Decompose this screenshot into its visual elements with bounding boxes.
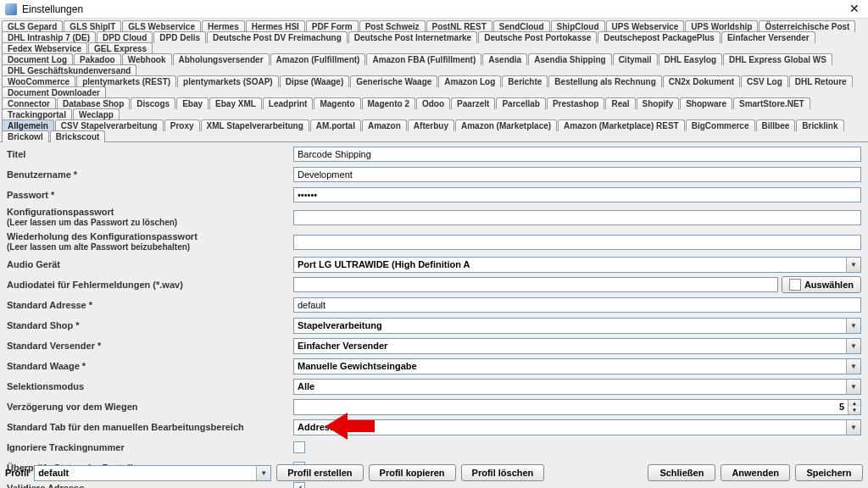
input-std-addr[interactable] (293, 297, 861, 313)
tab-berichte[interactable]: Berichte (502, 75, 548, 87)
input-audiofile[interactable] (293, 277, 778, 292)
tab-prestashop[interactable]: Prestashop (547, 97, 604, 109)
tab-plentymarkets-rest-[interactable]: plentymarkets (REST) (76, 75, 176, 87)
tab-deutsche-post-internetmarke[interactable]: Deutsche Post Internetmarke (348, 31, 477, 43)
tab-shipcloud[interactable]: ShipCloud (551, 20, 605, 32)
tab-real[interactable]: Real (605, 97, 635, 109)
tab-amazon-marketplace-[interactable]: Amazon (Marketplace) (455, 119, 557, 131)
tab-leadprint[interactable]: Leadprint (263, 97, 314, 109)
spinner-verzoegerung[interactable]: 5▲▼ (293, 399, 861, 415)
tab-sendcloud[interactable]: SendCloud (493, 20, 550, 32)
input-konfig-pw[interactable] (293, 210, 861, 225)
tab-dhl-intraship-7-de-[interactable]: DHL Intraship 7 (DE) (2, 31, 96, 43)
tab-hermes[interactable]: Hermes (202, 20, 245, 32)
tab-parcellab[interactable]: Parcellab (496, 97, 545, 109)
tab-weclapp[interactable]: Weclapp (73, 108, 120, 120)
combo-std-shop[interactable]: Stapelverarbeitung▼ (293, 318, 861, 334)
tab-abholungsversender[interactable]: Abholungsversender (173, 53, 270, 65)
checkbox-validate-addr[interactable]: ✔ (293, 482, 305, 488)
tab-postnl-rest[interactable]: PostNL REST (426, 20, 492, 32)
checkbox-ignore-tracking[interactable] (293, 441, 305, 453)
tab-ups-worldship[interactable]: UPS Worldship (685, 20, 758, 32)
tab-database-shop[interactable]: Database Shop (57, 97, 130, 109)
tab-pdf-form[interactable]: PDF Form (306, 20, 359, 32)
tab-generische-waage[interactable]: Generische Waage (350, 75, 437, 87)
close-icon[interactable]: ✕ (846, 3, 863, 16)
tab-amazon-log[interactable]: Amazon Log (438, 75, 501, 87)
tab-brickscout[interactable]: Brickscout (50, 130, 106, 142)
tab-connector[interactable]: Connector (2, 97, 56, 109)
tab-gls-webservice[interactable]: GLS Webservice (122, 20, 201, 32)
tab-document-log[interactable]: Document Log (2, 53, 73, 65)
tab-woocommerce[interactable]: WooCommerce (2, 75, 75, 87)
tab-billbee[interactable]: Billbee (756, 119, 796, 131)
button-profil-erstellen[interactable]: Profil erstellen (276, 464, 363, 481)
tab-amazon-fba-fulfillment-[interactable]: Amazon FBA (Fulfillment) (366, 53, 481, 65)
input-konfig-pw2[interactable] (293, 235, 861, 250)
tab-post-schweiz[interactable]: Post Schweiz (359, 20, 426, 32)
button-speichern[interactable]: Speichern (795, 464, 863, 481)
tab-ebay-xml[interactable]: Ebay XML (209, 97, 262, 109)
input-passwort[interactable] (293, 187, 861, 202)
combo-std-waage[interactable]: Manuelle Gewichtseingabe▼ (293, 358, 861, 374)
tab-dhl-express-global-ws[interactable]: DHL Express Global WS (723, 53, 832, 65)
tab-afterbuy[interactable]: Afterbuy (408, 119, 454, 131)
tab-am-portal[interactable]: AM.portal (310, 119, 361, 131)
tab-dhl-easylog[interactable]: DHL Easylog (659, 53, 723, 65)
tab-dhl-gesch-ftskundenversand[interactable]: DHL Geschäftskundenversand (2, 64, 136, 76)
tab-odoo[interactable]: Odoo (416, 97, 450, 109)
tab-amazon[interactable]: Amazon (362, 119, 407, 131)
tab-trackingportal[interactable]: Trackingportal (2, 108, 72, 120)
button-profil-kopieren[interactable]: Profil kopieren (369, 464, 456, 481)
tab-amazon-marketplace-rest[interactable]: Amazon (Marketplace) REST (558, 119, 685, 131)
tab-deutschepost-packageplus[interactable]: Deutschepost PackagePlus (598, 31, 721, 43)
tab-dpd-delis[interactable]: DPD Delis (153, 31, 206, 43)
tab-asendia-shipping[interactable]: Asendia Shipping (528, 53, 611, 65)
combo-std-versender[interactable]: Einfacher Versender▼ (293, 338, 861, 354)
tab-pakadoo[interactable]: Pakadoo (74, 53, 121, 65)
tab-gel-express[interactable]: GEL Express (88, 42, 153, 54)
tab-paarzelt[interactable]: Paarzelt (451, 97, 495, 109)
tab-fedex-webservice[interactable]: Fedex Webservice (2, 42, 87, 54)
tab-cn2x-dokument[interactable]: CN2x Dokument (663, 75, 740, 87)
input-titel[interactable] (293, 147, 861, 162)
combo-audio[interactable]: Port LG ULTRAWIDE (High Definition A▼ (293, 257, 861, 273)
tab-document-downloader[interactable]: Document Downloader (2, 86, 106, 98)
tab-hermes-hsi[interactable]: Hermes HSI (246, 20, 305, 32)
tab-allgemein[interactable]: Allgemein (2, 119, 54, 131)
tab-bricklink[interactable]: Bricklink (796, 119, 843, 131)
tab-amazon-fulfillment-[interactable]: Amazon (Fulfillment) (270, 53, 366, 65)
tab-brickowl[interactable]: Brickowl (2, 130, 49, 142)
tab-gls-shipit[interactable]: GLS ShipIT (64, 20, 121, 32)
tab--sterreichische-post[interactable]: Österreichische Post (759, 20, 855, 32)
tab-csv-stapelverarbeitung[interactable]: CSV Stapelverarbeitung (55, 119, 164, 131)
tab-ebay[interactable]: Ebay (176, 97, 209, 109)
tab-dhl-retoure[interactable]: DHL Retoure (789, 75, 853, 87)
tab-deutsche-post-dv-freimachung[interactable]: Deutsche Post DV Freimachung (207, 31, 348, 43)
tab-deutsche-post-portokasse[interactable]: Deutsche Post Portokasse (478, 31, 597, 43)
tab-dipse-waage-[interactable]: Dipse (Waage) (280, 75, 350, 87)
combo-std-tab[interactable]: Addresse▼ (293, 419, 861, 435)
tab-magento-2[interactable]: Magento 2 (362, 97, 415, 109)
button-anwenden[interactable]: Anwenden (721, 464, 790, 481)
button-auswaehlen[interactable]: Auswählen (782, 276, 861, 293)
tab-proxy[interactable]: Proxy (164, 119, 200, 131)
tab-xml-stapelverarbeitung[interactable]: XML Stapelverarbeitung (201, 119, 309, 131)
button-profil-loeschen[interactable]: Profil löschen (461, 464, 545, 481)
tab-discogs[interactable]: Discogs (131, 97, 175, 109)
tab-ups-webservice[interactable]: UPS Webservice (606, 20, 685, 32)
tab-gls-gepard[interactable]: GLS Gepard (2, 20, 63, 32)
tab-csv-log[interactable]: CSV Log (741, 75, 788, 87)
input-benutzername[interactable] (293, 167, 861, 182)
tab-smartstore-net[interactable]: SmartStore.NET (733, 97, 810, 109)
tab-bestellung-als-rechnung[interactable]: Bestellung als Rechnung (548, 75, 661, 87)
tab-einfacher-versender[interactable]: Einfacher Versender (721, 31, 815, 43)
tab-citymail[interactable]: Citymail (613, 53, 658, 65)
tab-bigcommerce[interactable]: BigCommerce (686, 119, 755, 131)
combo-selektion[interactable]: Alle▼ (293, 379, 861, 395)
combo-profile[interactable]: default▼ (34, 465, 271, 481)
tab-shopify[interactable]: Shopify (637, 97, 680, 109)
tab-asendia[interactable]: Asendia (482, 53, 527, 65)
button-schliessen[interactable]: Schließen (648, 464, 715, 481)
tab-plentymarkets-soap-[interactable]: plentymarkets (SOAP) (177, 75, 279, 87)
